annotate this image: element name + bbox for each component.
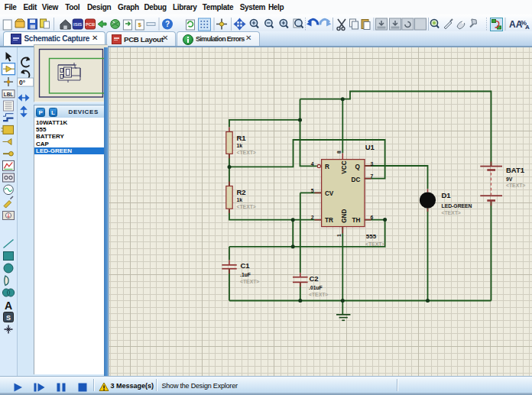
svg-text:LED-GREEN: LED-GREEN — [442, 203, 472, 209]
svg-text:9V: 9V — [506, 176, 513, 182]
svg-text:Q: Q — [355, 164, 361, 170]
svg-text:<TEXT>: <TEXT> — [506, 183, 525, 188]
svg-text:C2: C2 — [310, 274, 319, 283]
svg-text:1k: 1k — [237, 197, 243, 202]
svg-text:<TEXT>: <TEXT> — [237, 150, 256, 155]
svg-text:LBL: LBL — [4, 92, 14, 97]
svg-text:<TEXT>: <TEXT> — [237, 204, 256, 209]
svg-text:CV: CV — [325, 190, 334, 197]
svg-text:PCB: PCB — [86, 22, 96, 27]
svg-text:VCC: VCC — [341, 160, 348, 173]
svg-text:TR: TR — [325, 217, 333, 224]
svg-text:4: 4 — [311, 161, 314, 167]
svg-text:8: 8 — [336, 151, 342, 154]
svg-text:$: $ — [138, 21, 142, 28]
svg-text:ISIS: ISIS — [73, 22, 82, 27]
svg-text:R: R — [325, 164, 329, 170]
svg-text:0°: 0° — [19, 79, 26, 86]
svg-text:6: 6 — [371, 215, 374, 220]
svg-text:<TEXT>: <TEXT> — [240, 279, 259, 284]
svg-text:GND: GND — [341, 209, 348, 223]
svg-text:D1: D1 — [442, 191, 452, 199]
svg-text:S: S — [6, 314, 11, 322]
svg-text:TH: TH — [352, 217, 360, 224]
svg-text:7: 7 — [371, 173, 374, 179]
svg-text:<TEXT>: <TEXT> — [365, 241, 384, 247]
svg-text:555: 555 — [366, 233, 377, 240]
svg-text:1: 1 — [336, 234, 342, 237]
svg-text:2: 2 — [311, 215, 314, 220]
svg-text:DC: DC — [352, 176, 361, 183]
svg-text:?: ? — [165, 20, 170, 28]
svg-text:1k: 1k — [237, 143, 243, 148]
svg-text:R2: R2 — [237, 188, 246, 196]
svg-text:<TEXT>: <TEXT> — [442, 210, 461, 215]
svg-text:U1: U1 — [365, 143, 375, 151]
svg-text:R1: R1 — [237, 134, 247, 142]
svg-text:BAT1: BAT1 — [506, 166, 525, 174]
svg-text:.1uF: .1uF — [240, 272, 251, 277]
svg-text:3: 3 — [371, 161, 374, 167]
svg-text:5: 5 — [311, 188, 314, 193]
svg-text:C1: C1 — [241, 261, 251, 270]
svg-text:A: A — [5, 299, 12, 312]
svg-text:<TEXT>: <TEXT> — [309, 292, 328, 297]
svg-text:A: A — [525, 24, 530, 31]
svg-text:.01uF: .01uF — [309, 285, 323, 290]
